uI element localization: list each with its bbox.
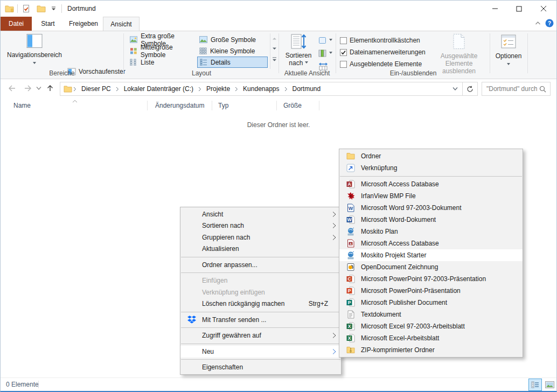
file-extensions-checkbox[interactable]: Dateinamenerweiterungen: [340, 46, 426, 58]
search-input[interactable]: [482, 85, 539, 93]
tab-freigeben[interactable]: Freigeben: [64, 17, 103, 31]
picture-icon: [199, 36, 207, 43]
odg-file-icon: [346, 263, 355, 271]
new-item-excel-97-2003[interactable]: X Microsoft Excel 97-2003-Arbeitsblatt: [339, 320, 523, 332]
item-checkboxes-checkbox[interactable]: Elementkontrollkästchen: [340, 34, 420, 46]
tab-start[interactable]: Start: [32, 17, 64, 31]
context-menu-item-eigenschaften[interactable]: Eigenschaften: [180, 362, 341, 374]
breadcrumb-item[interactable]: Lokaler Datenträger (C:): [120, 82, 197, 95]
context-menu-item-ansicht[interactable]: Ansicht: [180, 208, 341, 220]
search-icon[interactable]: [539, 86, 546, 93]
navigation-pane-button[interactable]: Navigationsbereich: [4, 33, 65, 67]
column-header-type[interactable]: Typ: [216, 99, 274, 113]
menu-separator: [181, 257, 340, 257]
svg-text:?: ?: [548, 20, 551, 26]
new-item-verknuepfung[interactable]: Verknüpfung: [339, 162, 523, 174]
new-item-access-database-2[interactable]: A Microsoft Access Database: [339, 237, 523, 249]
forward-icon[interactable]: [23, 84, 33, 93]
tab-datei[interactable]: Datei: [1, 17, 32, 31]
new-item-moskito-plan[interactable]: Moskito Plan: [339, 226, 523, 237]
context-menu-item-gruppieren-nach[interactable]: Gruppieren nach: [180, 232, 341, 243]
group-by-button[interactable]: [318, 34, 332, 46]
publisher-file-icon: P: [346, 298, 355, 307]
new-item-excel[interactable]: X Microsoft Excel-Arbeitsblatt: [339, 332, 523, 344]
layout-list[interactable]: Liste: [128, 57, 198, 68]
new-item-moskito-projekt-starter-highlighted[interactable]: Moskito Projekt Starter: [339, 249, 523, 261]
recent-locations-icon[interactable]: [36, 86, 41, 90]
address-bar[interactable]: Dieser PC Lokaler Datenträger (C:) Proje…: [60, 82, 478, 96]
search-box[interactable]: [482, 82, 551, 96]
help-icon[interactable]: ?: [545, 19, 554, 27]
details-view-toggle[interactable]: [528, 379, 542, 391]
new-item-word[interactable]: W Microsoft Word-Dokument: [339, 214, 523, 226]
submenu-arrow-icon: [332, 211, 336, 217]
column-divider[interactable]: [319, 101, 319, 110]
back-icon[interactable]: [7, 84, 17, 93]
chevron-down-icon: [329, 39, 332, 43]
hide-selected-button-disabled: Ausgewählte Elemente ausblenden: [429, 33, 489, 75]
context-menu-item-neu-highlighted[interactable]: Neu: [180, 346, 341, 358]
column-divider[interactable]: [276, 101, 277, 110]
context-menu-item-sortieren-nach[interactable]: Sortieren nach: [180, 220, 341, 232]
new-item-publisher[interactable]: P Microsoft Publisher Document: [339, 297, 523, 309]
breadcrumb-chevron-icon[interactable]: [116, 87, 119, 92]
address-dropdown-icon[interactable]: [452, 87, 458, 91]
gallery-scrollbar[interactable]: [270, 33, 278, 69]
submenu-arrow-icon: [332, 348, 336, 354]
new-item-zip-ordner[interactable]: ZIP-komprimierter Ordner: [339, 344, 523, 356]
large-icons-view-toggle[interactable]: [543, 379, 556, 391]
new-item-opendocument-zeichnung[interactable]: OpenDocument Zeichnung: [339, 261, 523, 273]
new-item-access-database[interactable]: A Microsoft Access Database: [339, 178, 523, 190]
column-header-name[interactable]: Name: [11, 99, 146, 113]
tab-ansicht[interactable]: Ansicht: [103, 17, 140, 31]
options-button[interactable]: Optionen: [492, 33, 525, 68]
up-icon[interactable]: [46, 84, 54, 93]
refresh-icon[interactable]: [462, 82, 477, 95]
column-divider[interactable]: [212, 101, 212, 110]
column-header-date[interactable]: Änderungsdatum: [153, 99, 210, 113]
qat-new-folder-button[interactable]: [36, 3, 47, 14]
new-item-textdokument[interactable]: Textdokument: [339, 309, 523, 320]
qat-customize-dropdown[interactable]: [49, 5, 58, 12]
sort-by-button[interactable]: Sortieren nach: [282, 33, 315, 67]
group-by-icon: [318, 37, 326, 44]
new-item-powerpoint-97-2003[interactable]: C Microsoft PowerPoint 97-2003-Präsentat…: [339, 273, 523, 285]
layout-medium-icons[interactable]: Mittelgroße Symbole: [128, 45, 198, 57]
new-item-ordner[interactable]: Ordner: [339, 150, 523, 162]
layout-large-icons[interactable]: Große Symbole: [197, 34, 268, 45]
context-menu-item-zugriff-gewaehren[interactable]: Zugriff gewähren auf: [180, 330, 341, 342]
breadcrumb-chevron-icon[interactable]: [198, 87, 201, 92]
submenu-arrow-icon: [332, 223, 336, 229]
divider: [38, 381, 39, 388]
maximize-button[interactable]: [507, 1, 531, 17]
breadcrumb-item[interactable]: Projekte: [203, 82, 234, 95]
thumbnail-view-icon: [545, 381, 554, 388]
column-divider[interactable]: [147, 101, 148, 110]
new-item-word-97-2003[interactable]: W Microsoft Word 97-2003-Dokument: [339, 202, 523, 214]
breadcrumb-chevron-icon[interactable]: [235, 87, 238, 92]
context-menu-item-mit-transfer-senden[interactable]: Mit Transfer senden ...: [180, 314, 341, 326]
new-item-irfanview-bmp[interactable]: IrfanView BMP File: [339, 190, 523, 202]
breadcrumb-item[interactable]: Kundenapps: [239, 82, 283, 95]
breadcrumb-chevron-icon[interactable]: [73, 87, 76, 92]
layout-details-selected[interactable]: Details: [197, 57, 268, 68]
details-view-icon: [531, 381, 539, 388]
qat-properties-button[interactable]: [21, 3, 31, 14]
new-item-powerpoint[interactable]: P Microsoft PowerPoint-Präsentation: [339, 285, 523, 297]
hidden-items-checkbox[interactable]: Ausgeblendete Elemente: [340, 58, 422, 70]
context-menu-item-loeschen-rueckgaengig[interactable]: Löschen rückgängig machen Strg+Z: [180, 298, 341, 310]
minimize-ribbon-icon[interactable]: [535, 21, 541, 26]
minimize-button[interactable]: [483, 1, 507, 17]
svg-text:A: A: [347, 181, 351, 187]
add-columns-button[interactable]: [318, 47, 332, 59]
breadcrumb-item[interactable]: Dieser PC: [78, 82, 115, 95]
group-label-aktuelle-ansicht: Aktuelle Ansicht: [280, 69, 335, 77]
breadcrumb-item[interactable]: Dortmund: [289, 82, 325, 95]
breadcrumb-chevron-icon[interactable]: [284, 87, 288, 92]
layout-small-icons[interactable]: Kleine Symbole: [197, 45, 268, 57]
close-button[interactable]: [531, 1, 555, 17]
context-menu-item-ordner-anpassen[interactable]: Ordner anpassen...: [180, 259, 341, 271]
context-menu-item-aktualisieren[interactable]: Aktualisieren: [180, 243, 341, 255]
column-header-size[interactable]: Größe: [281, 99, 317, 113]
checkbox-checked: [340, 49, 347, 56]
